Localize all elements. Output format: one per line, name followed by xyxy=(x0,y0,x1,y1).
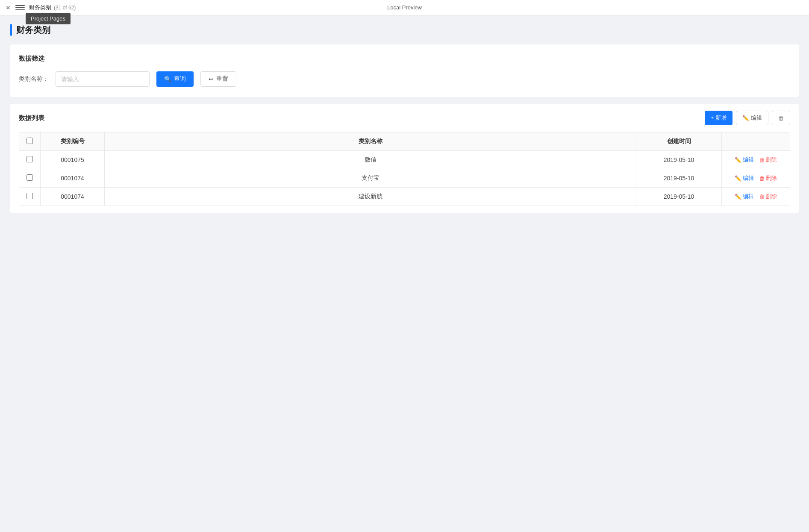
row-edit-label-2: 编辑 xyxy=(743,193,754,200)
row-edit-label-0: 编辑 xyxy=(743,156,754,164)
reset-button-label: 重置 xyxy=(216,75,228,83)
table-header-row: 类别编号 类别名称 创建时间 xyxy=(19,132,790,151)
category-name-input[interactable] xyxy=(56,71,150,87)
trash-icon-1: 🗑 xyxy=(759,175,765,182)
delete-header-button[interactable]: 🗑 xyxy=(772,111,790,125)
table-row: 0001074 支付宝 2019-05-10 ✏️ 编辑 🗑 删除 xyxy=(19,169,790,188)
row-actions-0: ✏️ 编辑 🗑 删除 xyxy=(722,151,790,169)
row-delete-label-0: 删除 xyxy=(766,156,777,164)
reset-button[interactable]: ↩ 重置 xyxy=(200,71,236,87)
trash-icon-0: 🗑 xyxy=(759,157,765,163)
search-icon: 🔍 xyxy=(164,76,171,82)
row-checkbox-1[interactable] xyxy=(26,174,33,181)
data-section: 数据列表 + 新增 ✏️ 编辑 🗑 xyxy=(10,104,799,213)
data-actions: + 新增 ✏️ 编辑 🗑 xyxy=(705,111,790,125)
row-delete-label-1: 删除 xyxy=(766,174,777,182)
edit-header-label: 编辑 xyxy=(751,114,762,122)
row-checkbox-cell xyxy=(19,151,41,169)
col-header-name: 类别名称 xyxy=(105,132,636,151)
title-bar-center: Local Preview xyxy=(387,4,422,11)
edit-header-button[interactable]: ✏️ 编辑 xyxy=(736,111,768,125)
tab-label: 财务类别 (31 of 62) xyxy=(29,4,76,12)
row-date-1: 2019-05-10 xyxy=(636,169,722,188)
header-checkbox-cell xyxy=(19,132,41,151)
add-button[interactable]: + 新增 xyxy=(705,111,733,125)
page-title-wrapper: 财务类别 xyxy=(10,24,799,36)
row-actions-2: ✏️ 编辑 🗑 删除 xyxy=(722,188,790,206)
row-edit-button-0[interactable]: ✏️ 编辑 xyxy=(735,156,754,164)
filter-section-title: 数据筛选 xyxy=(19,55,790,63)
table-row: 0001075 微信 2019-05-10 ✏️ 编辑 🗑 删除 xyxy=(19,151,790,169)
row-delete-label-2: 删除 xyxy=(766,193,777,200)
row-code-1: 0001074 xyxy=(41,169,105,188)
row-delete-button-1[interactable]: 🗑 删除 xyxy=(759,174,777,182)
table-body: 0001075 微信 2019-05-10 ✏️ 编辑 🗑 删除 xyxy=(19,151,790,206)
project-pages-tooltip: Project Pages xyxy=(26,13,71,24)
add-button-label: + 新增 xyxy=(711,114,727,122)
reset-icon: ↩ xyxy=(209,76,214,82)
edit-icon-0: ✏️ xyxy=(735,157,741,163)
data-table: 类别编号 类别名称 创建时间 0001075 微信 2019-05-10 xyxy=(19,132,790,206)
col-header-code: 类别编号 xyxy=(41,132,105,151)
select-all-checkbox[interactable] xyxy=(26,138,33,144)
row-code-0: 0001075 xyxy=(41,151,105,169)
row-date-0: 2019-05-10 xyxy=(636,151,722,169)
row-name-0: 微信 xyxy=(105,151,636,169)
trash-icon-2: 🗑 xyxy=(759,194,765,200)
row-date-2: 2019-05-10 xyxy=(636,188,722,206)
edit-icon-1: ✏️ xyxy=(735,175,741,182)
row-delete-button-0[interactable]: 🗑 删除 xyxy=(759,156,777,164)
search-button-label: 查询 xyxy=(174,75,186,83)
filter-row: 类别名称： 🔍 查询 ↩ 重置 xyxy=(19,71,790,87)
row-edit-button-1[interactable]: ✏️ 编辑 xyxy=(735,174,754,182)
search-button[interactable]: 🔍 查询 xyxy=(156,71,194,87)
row-edit-button-2[interactable]: ✏️ 编辑 xyxy=(735,193,754,200)
edit-icon-2: ✏️ xyxy=(735,194,741,200)
page-title-accent xyxy=(10,24,12,36)
filter-name-label: 类别名称： xyxy=(19,75,49,83)
table-head: 类别编号 类别名称 创建时间 xyxy=(19,132,790,151)
row-checkbox-0[interactable] xyxy=(26,156,33,162)
row-name-1: 支付宝 xyxy=(105,169,636,188)
col-header-actions xyxy=(722,132,790,151)
filter-section: 数据筛选 类别名称： 🔍 查询 ↩ 重置 xyxy=(10,44,799,97)
col-header-date: 创建时间 xyxy=(636,132,722,151)
tab-count: (31 of 62) xyxy=(54,5,76,11)
trash-icon: 🗑 xyxy=(778,115,784,121)
data-section-header: 数据列表 + 新增 ✏️ 编辑 🗑 xyxy=(19,111,790,125)
menu-button[interactable] xyxy=(15,3,25,12)
page-title: 财务类别 xyxy=(16,24,50,36)
main-content: 财务类别 数据筛选 类别名称： 🔍 查询 ↩ 重置 数据列表 + 新增 xyxy=(0,15,809,532)
row-name-2: 建设新航 xyxy=(105,188,636,206)
data-section-title: 数据列表 xyxy=(19,114,44,122)
pencil-icon: ✏️ xyxy=(742,115,749,121)
row-actions-1: ✏️ 编辑 🗑 删除 xyxy=(722,169,790,188)
row-delete-button-2[interactable]: 🗑 删除 xyxy=(759,193,777,200)
table-row: 0001074 建设新航 2019-05-10 ✏️ 编辑 🗑 删除 xyxy=(19,188,790,206)
row-checkbox-cell xyxy=(19,188,41,206)
row-code-2: 0001074 xyxy=(41,188,105,206)
row-checkbox-2[interactable] xyxy=(26,193,33,199)
title-bar: ✕ 财务类别 (31 of 62) Local Preview xyxy=(0,0,809,15)
tab-title: 财务类别 xyxy=(29,4,51,12)
row-edit-label-1: 编辑 xyxy=(743,174,754,182)
close-button[interactable]: ✕ xyxy=(4,4,12,12)
row-checkbox-cell xyxy=(19,169,41,188)
